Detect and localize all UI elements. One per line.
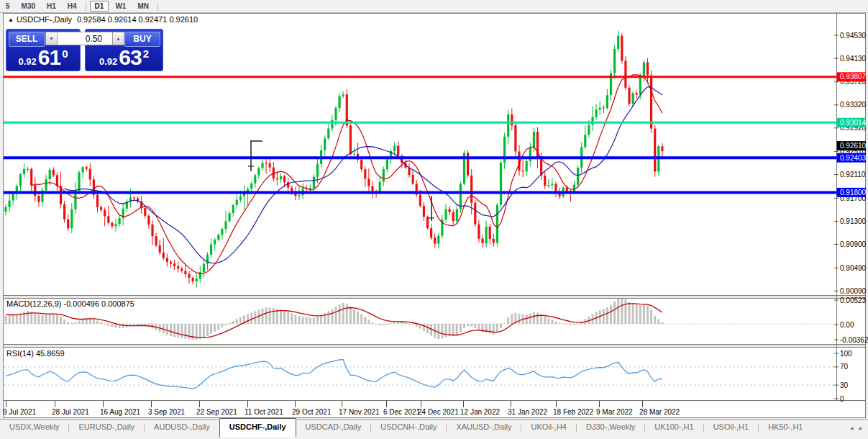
ohlc-readout: 0.92584 0.92614 0.92471 0.92610 — [77, 15, 198, 24]
date-label: 29 Oct 2021 — [292, 408, 332, 416]
date-label: 9 Mar 2022 — [596, 408, 633, 416]
date-label: 12 Jan 2022 — [460, 408, 500, 416]
chart-tab-eurusd-daily[interactable]: EURUSD-,Daily — [69, 420, 144, 437]
sell-price: 0.92 61 0 — [6, 47, 80, 68]
date-label: 16 Aug 2021 — [100, 408, 141, 416]
axis-label: 0.91300 — [840, 217, 867, 225]
axis-label: 30 — [840, 381, 849, 389]
axis-label: 0.93014 — [840, 119, 867, 127]
sell-button[interactable]: SELL — [9, 32, 45, 47]
chart-tab-ukoil-h4[interactable]: UKOil-,H4 — [521, 420, 576, 437]
symbol-name: USDCHF-,Daily — [17, 15, 72, 24]
axis-label: 0.94130 — [840, 55, 867, 63]
volume-increase-icon[interactable]: ▲ — [112, 32, 124, 45]
chart-tab-bar: USDX,WeeklyEURUSD-,DailyAUDUSD-,DailyUSD… — [0, 419, 868, 437]
axis-label: 0.91800 — [840, 189, 867, 196]
date-label: 31 Jan 2022 — [508, 408, 547, 416]
chart-title: ▲USDCHF-,Daily0.92584 0.92614 0.92471 0.… — [8, 15, 198, 24]
date-label: 6 Dec 2021 — [383, 408, 421, 416]
macd-indicator-label: MACD(12,26,9) -0.000496 0.000875 — [6, 299, 134, 308]
date-label: 22 Sep 2021 — [196, 408, 237, 416]
buy-price-big: 63 — [119, 47, 141, 68]
sell-price-big: 61 — [38, 47, 60, 68]
trading-terminal-window: 5M30H1H4D1W1MN 0.945300.941300.937200.93… — [0, 0, 868, 439]
buy-button[interactable]: BUY — [124, 32, 160, 47]
chart-tab-audusd-daily[interactable]: AUDUSD-,Daily — [145, 420, 219, 437]
date-label: 18 Feb 2022 — [553, 408, 594, 416]
axis-label: 0.94530 — [840, 32, 867, 40]
one-click-trade-panel: 0.92 61 0 0.92 63 2 SELL BUY ▼ ▲ — [6, 29, 163, 71]
axis-label: 0.00523 — [840, 297, 867, 304]
date-label: 24 Dec 2021 — [418, 408, 459, 416]
chart-tab-usdchf-daily[interactable]: USDCHF-,Daily — [219, 418, 296, 437]
axis-label: 0.93320 — [840, 101, 867, 109]
date-label: 11 Oct 2021 — [245, 408, 283, 416]
axis-label: 0.92610 — [840, 142, 867, 150]
sell-price-prefix: 0.92 — [18, 56, 36, 67]
volume-input[interactable] — [58, 32, 112, 45]
chart-tab-uk100-h1[interactable]: UK100-,H1 — [645, 420, 703, 437]
tab-scroll-arrows: ◂▸ — [850, 420, 868, 437]
axis-label: 100 — [840, 350, 852, 358]
axis-label: 0 — [840, 395, 844, 403]
axis-label: 70 — [840, 363, 849, 371]
sell-price-pipette: 0 — [62, 47, 68, 60]
axis-label: 0.92403 — [840, 154, 867, 162]
rsi-indicator-label: RSI(14) 45.8659 — [6, 349, 65, 358]
date-label: 17 Nov 2021 — [339, 408, 380, 416]
volume-decrease-icon[interactable]: ▼ — [45, 32, 58, 45]
buy-price: 0.92 63 2 — [86, 47, 163, 68]
axis-label: 0.00 — [840, 321, 854, 329]
date-label: 9 Jul 2021 — [3, 408, 37, 416]
axis-label: 0.93807 — [840, 73, 867, 81]
chart-tab-usdcad-daily[interactable]: USDCAD-,Daily — [296, 420, 371, 437]
axis-label: 0.90090 — [840, 287, 867, 295]
buy-price-pipette: 2 — [143, 47, 149, 60]
buy-price-prefix: 0.92 — [99, 56, 117, 67]
tab-scroll-right-icon[interactable]: ▸ — [859, 425, 862, 432]
date-label: 28 Jul 2021 — [52, 408, 89, 416]
axis-label: 0.90900 — [840, 240, 867, 248]
chart-tab-usoil-h1[interactable]: USOil-,H1 — [704, 420, 759, 437]
symbol-collapse-icon[interactable]: ▲ — [8, 17, 14, 23]
chart-tab-usdx-weekly[interactable]: USDX,Weekly — [0, 420, 68, 437]
axis-label: -0.003625 — [840, 336, 868, 344]
axis-label: 0.92110 — [840, 171, 866, 178]
axis-label: 0.90490 — [840, 264, 867, 272]
chart-tab-dj30-weekly[interactable]: DJ30-,Weekly — [577, 420, 644, 437]
date-label: 3 Sep 2021 — [148, 408, 186, 416]
tab-scroll-left-icon[interactable]: ◂ — [850, 425, 854, 432]
date-label: 28 Mar 2022 — [639, 408, 680, 416]
chart-tab-usdcnh-daily[interactable]: USDCNH-,Daily — [371, 420, 446, 437]
chart-tab-xauusd-daily[interactable]: XAUUSD-,Daily — [447, 420, 521, 437]
volume-spinner: ▼ ▲ — [45, 32, 124, 45]
chart-tab-hk50-h1[interactable]: HK50-,H1 — [759, 420, 812, 437]
